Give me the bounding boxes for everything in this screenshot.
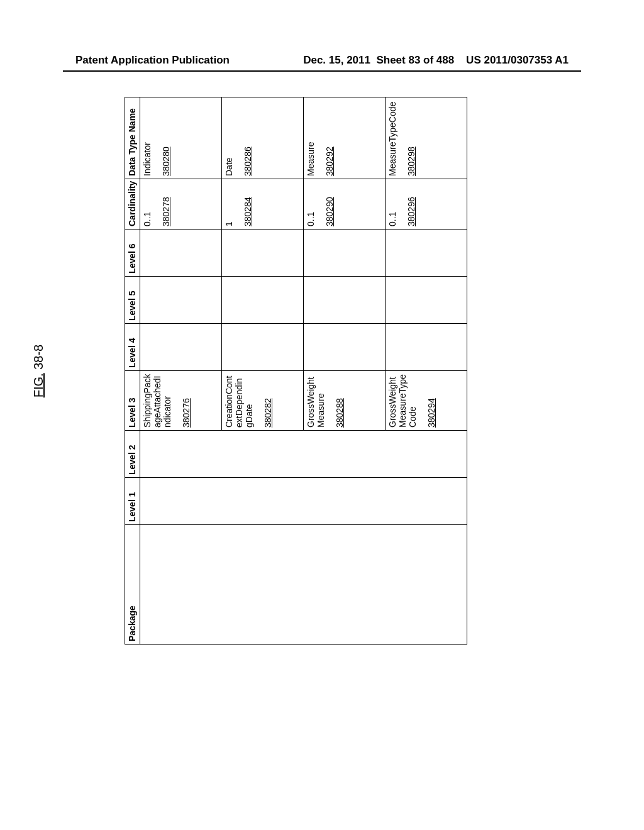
- cell-l4: [222, 324, 304, 371]
- cell-l4: [304, 324, 386, 371]
- cell-l3: CreationContextDependingDate380282: [222, 371, 304, 431]
- cell-l1: [140, 478, 467, 525]
- header-right: Dec. 15, 2011 Sheet 83 of 488 US 2011/03…: [303, 54, 569, 67]
- col-datatype: Data Type Name: [125, 97, 140, 179]
- col-level6: Level 6: [125, 230, 140, 277]
- cell-l2: [140, 431, 467, 478]
- cell-package: [140, 525, 467, 645]
- cell-l3: GrossWeightMeasureTypeCode380294: [386, 371, 467, 431]
- cell-l6: [386, 230, 467, 277]
- cell-dtn: Indicator380280: [140, 97, 222, 179]
- col-level5: Level 5: [125, 277, 140, 324]
- cell-l5: [140, 277, 222, 324]
- cell-l6: [222, 230, 304, 277]
- col-level2: Level 2: [125, 431, 140, 478]
- figure-table: Package Level 1 Level 2 Level 3 Level 4 …: [125, 97, 467, 645]
- table-row: ShippingPackageAttachedIndicator380276 0…: [140, 97, 222, 645]
- table-body: ShippingPackageAttachedIndicator380276 0…: [140, 97, 467, 645]
- cell-l6: [140, 230, 222, 277]
- table-header-row: Package Level 1 Level 2 Level 3 Level 4 …: [125, 97, 140, 645]
- cell-l5: [386, 277, 467, 324]
- cell-l3: GrossWeightMeasure380288: [304, 371, 386, 431]
- col-cardinality: Cardinality: [125, 179, 140, 230]
- cell-card: 1380284: [222, 179, 304, 230]
- cell-l5: [304, 277, 386, 324]
- cell-card: 0..1380278: [140, 179, 222, 230]
- cell-l5: [222, 277, 304, 324]
- col-level3: Level 3: [125, 371, 140, 431]
- cell-l3: ShippingPackageAttachedIndicator380276: [140, 371, 222, 431]
- page-header: Patent Application Publication Dec. 15, …: [0, 54, 644, 67]
- cell-l6: [304, 230, 386, 277]
- header-rule: [63, 70, 581, 72]
- cell-l4: [386, 324, 467, 371]
- col-package: Package: [125, 525, 140, 645]
- cell-card: 0..1380290: [304, 179, 386, 230]
- cell-card: 0..1380296: [386, 179, 467, 230]
- col-level4: Level 4: [125, 324, 140, 371]
- cell-dtn: Measure380292: [304, 97, 386, 179]
- figure-wrapper: FIG. 38-8 Package Level 1 Level 2 Level …: [31, 176, 579, 566]
- cell-dtn: MeasureTypeCode380298: [386, 97, 467, 179]
- figure-label: FIG. 38-8: [31, 176, 46, 566]
- cell-l4: [140, 324, 222, 371]
- header-left: Patent Application Publication: [75, 54, 230, 67]
- cell-dtn: Date380286: [222, 97, 304, 179]
- col-level1: Level 1: [125, 478, 140, 525]
